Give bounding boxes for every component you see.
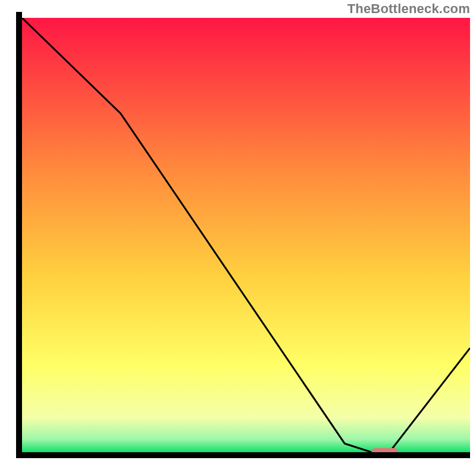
chart-container: TheBottleneck.com [0,0,476,476]
x-axis [16,452,470,458]
y-axis [16,12,22,457]
watermark-text: TheBottleneck.com [347,1,470,17]
bottleneck-chart [0,0,476,476]
